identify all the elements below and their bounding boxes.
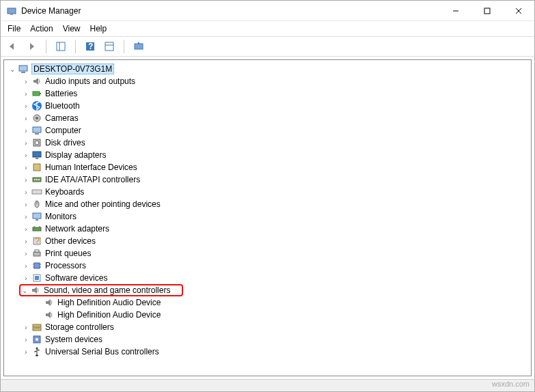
tree-item[interactable]: ›Network adapters — [5, 223, 530, 235]
svg-rect-6 — [57, 42, 65, 51]
expand-icon[interactable]: › — [22, 225, 30, 233]
svg-rect-0 — [8, 8, 16, 14]
root-label: DESKTOP-0V73G1M — [31, 64, 114, 74]
tree-item[interactable]: ›Software devices — [5, 272, 530, 284]
tree-item-label: Software devices — [45, 273, 107, 283]
expand-icon[interactable]: › — [22, 262, 30, 270]
expand-icon[interactable]: › — [22, 176, 30, 184]
back-button[interactable] — [5, 39, 20, 54]
network-icon — [31, 223, 42, 234]
expand-icon[interactable]: › — [22, 348, 30, 356]
statusbar — [1, 379, 534, 391]
svg-point-19 — [36, 117, 38, 120]
system-icon — [31, 334, 42, 345]
forward-button[interactable] — [24, 39, 39, 54]
svg-rect-14 — [21, 72, 25, 73]
tree-item-label: Storage controllers — [45, 322, 114, 332]
collapse-icon[interactable]: ⌄ — [8, 66, 16, 73]
svg-rect-3 — [484, 8, 490, 14]
expand-icon[interactable]: › — [22, 102, 30, 110]
tree-item[interactable]: ›Batteries — [5, 87, 530, 100]
expand-icon[interactable]: › — [22, 336, 30, 344]
expand-icon[interactable]: › — [22, 250, 30, 257]
expand-icon[interactable]: › — [22, 90, 30, 98]
tree-item[interactable]: ›IDE ATA/ATAPI controllers — [5, 173, 530, 186]
tree-item[interactable]: ›Cameras — [5, 112, 530, 124]
cpu-icon — [31, 260, 42, 271]
tree-item-label: Print queues — [45, 249, 91, 258]
menu-view[interactable]: View — [63, 24, 81, 33]
svg-rect-52 — [33, 324, 41, 327]
tree-item[interactable]: ›Processors — [5, 260, 530, 272]
titlebar: Device Manager — [1, 1, 534, 21]
svg-point-30 — [38, 179, 40, 180]
show-hide-tree-button[interactable] — [53, 39, 68, 54]
help-button[interactable]: ? — [83, 39, 98, 54]
svg-rect-37 — [36, 219, 38, 221]
tree-item[interactable]: ›Universal Serial Bus controllers — [5, 346, 530, 358]
hid-icon — [31, 162, 42, 173]
tree-item[interactable]: ›Print queues — [5, 247, 530, 260]
menu-help[interactable]: Help — [90, 24, 107, 33]
svg-point-29 — [36, 179, 38, 180]
menu-file[interactable]: File — [8, 24, 20, 33]
tree-item[interactable]: High Definition Audio Device — [5, 296, 530, 309]
svg-point-28 — [34, 179, 36, 180]
svg-point-56 — [36, 348, 38, 350]
tree-item[interactable]: ⌄Sound, video and game controllers — [19, 284, 183, 296]
tree-item[interactable]: High Definition Audio Device — [5, 309, 530, 321]
properties-button[interactable] — [102, 39, 117, 54]
computer-icon — [18, 64, 29, 74]
collapse-icon[interactable]: ⌄ — [20, 287, 29, 294]
tree-item[interactable]: ›Human Interface Devices — [5, 161, 530, 173]
expand-icon[interactable]: › — [22, 115, 30, 122]
minimize-button[interactable] — [440, 1, 471, 21]
tree-item-label: Mice and other pointing devices — [45, 199, 161, 209]
tree-item[interactable]: ›Storage controllers — [5, 321, 530, 333]
tree-item[interactable]: ›Audio inputs and outputs — [5, 75, 530, 87]
mouse-icon — [31, 199, 42, 210]
expand-icon[interactable]: › — [22, 201, 30, 208]
expand-icon[interactable]: › — [22, 275, 30, 282]
expand-icon[interactable]: › — [22, 324, 30, 331]
expand-icon[interactable]: › — [22, 238, 30, 245]
svg-rect-10 — [105, 42, 113, 51]
tree-item-label: Disk drives — [45, 138, 85, 148]
maximize-button[interactable] — [471, 1, 503, 21]
scan-hardware-button[interactable] — [131, 39, 146, 54]
svg-text:?: ? — [88, 42, 93, 51]
tree-item[interactable]: ›Bluetooth — [5, 100, 530, 112]
svg-point-23 — [35, 141, 39, 145]
tree-container[interactable]: ⌄ DESKTOP-0V73G1M ›Audio inputs and outp… — [3, 59, 532, 376]
tree-item[interactable]: ›Disk drives — [5, 137, 530, 149]
svg-rect-12 — [135, 44, 143, 49]
tree-item-label: Human Interface Devices — [45, 163, 137, 172]
usb-icon — [31, 346, 42, 357]
svg-rect-31 — [32, 190, 42, 194]
tree-item[interactable]: ›Computer — [5, 124, 530, 137]
expand-icon[interactable]: › — [22, 152, 30, 159]
menu-action[interactable]: Action — [30, 24, 53, 33]
speaker-icon — [30, 285, 41, 296]
software-icon — [31, 272, 42, 283]
tree-item[interactable]: ›?Other devices — [5, 235, 530, 247]
ide-icon — [31, 174, 42, 185]
tree-item[interactable]: ›Mice and other pointing devices — [5, 198, 530, 210]
expand-icon[interactable]: › — [22, 127, 30, 135]
tree-item[interactable]: ›Display adapters — [5, 149, 530, 161]
tree-item[interactable]: ›Keyboards — [5, 186, 530, 198]
expand-icon[interactable]: › — [22, 139, 30, 147]
expand-icon[interactable]: › — [22, 213, 30, 221]
tree-item[interactable]: ›System devices — [5, 333, 530, 346]
expand-icon[interactable]: › — [22, 78, 30, 85]
monitor-icon — [31, 211, 42, 222]
close-button[interactable] — [503, 1, 534, 21]
tree-item[interactable]: ›Monitors — [5, 210, 530, 223]
expand-icon[interactable]: › — [22, 188, 30, 196]
root-node[interactable]: ⌄ DESKTOP-0V73G1M — [5, 63, 530, 75]
expand-icon[interactable]: › — [22, 164, 30, 171]
app-icon — [6, 5, 17, 16]
bluetooth-icon — [31, 100, 42, 111]
svg-rect-44 — [35, 250, 39, 252]
tree-item-label: Keyboards — [45, 187, 84, 197]
